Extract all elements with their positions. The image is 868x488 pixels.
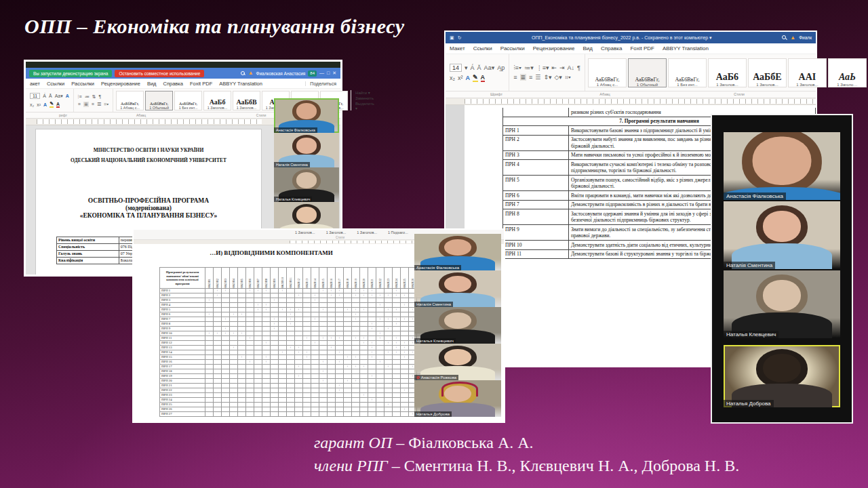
- presentation-slide: ОПП – Економіка та планування бізнесу Вы…: [0, 0, 868, 488]
- menu-tab[interactable]: Foxit PDF: [190, 81, 212, 87]
- menu-tab[interactable]: акет: [30, 81, 40, 87]
- middle-word-window: 1 Заголов...1 Заголов...1 Заголов...1 По…: [132, 228, 505, 423]
- menu-tab[interactable]: ABBYY Translation: [219, 81, 262, 87]
- menu-tab[interactable]: ABBYY Translation: [663, 45, 709, 52]
- menu-tab[interactable]: Foxit PDF: [630, 45, 654, 52]
- matrix-row: ПРН 17+++++++++: [160, 365, 458, 369]
- menu-tab[interactable]: Рецензирование: [533, 45, 575, 52]
- matrix-column-header: ОКП14: [311, 268, 319, 289]
- matrix-column-header: ОКЗП6: [246, 268, 254, 289]
- participant-video: Наталья Клевцевич: [414, 307, 501, 344]
- save-icon[interactable]: ↻: [458, 35, 462, 41]
- text-effects-icon[interactable]: А: [466, 75, 471, 81]
- matrix-row: ПРН 19+++: [160, 374, 458, 379]
- style-item[interactable]: АаБбВвГг,1 Обычный: [628, 58, 667, 87]
- matrix-row: ПРН 11++++++++++++: [160, 336, 458, 341]
- participant-name-label: Анастасія Фіалковська: [724, 192, 786, 200]
- participants-strip-middle: Анастасія ФіалковськаНаталія СментинаНат…: [414, 234, 501, 417]
- matrix-column-header: ОКЗП2: [214, 268, 222, 289]
- style-item[interactable]: ААІ1 Заголов...: [788, 58, 827, 87]
- style-item[interactable]: АаБбВвГг,1 Без инт...: [174, 91, 202, 110]
- matrix-row: ПРН 1+++++++++++++++++: [160, 289, 458, 293]
- share-document-button[interactable]: Поделиться: [305, 81, 336, 86]
- matrix-row: ПРН 4++++++: [160, 303, 458, 308]
- style-item[interactable]: АаБбЕ1 Заголов...: [748, 58, 787, 87]
- style-item[interactable]: АаБбВ1 Заголов...: [233, 91, 260, 110]
- zoom-participants-panel: Анастасія ФіалковськаНаталія СментинаНат…: [711, 114, 853, 424]
- matrix-column-header: ОКП15: [319, 268, 328, 289]
- font-color-icon[interactable]: А: [481, 74, 486, 82]
- search-icon[interactable]: [241, 71, 245, 76]
- menu-tab[interactable]: Рассылки: [500, 45, 525, 52]
- font-color-icon[interactable]: А: [43, 102, 47, 107]
- account-name: Фиалк: [799, 35, 812, 40]
- matrix-row: ПРН 21++++: [160, 384, 458, 388]
- editing-command[interactable]: Заменить: [355, 96, 374, 100]
- participant-video: ØАнастасія Рожкова: [414, 344, 501, 380]
- participant-name-label: Наталія Сментина: [274, 162, 310, 167]
- group-label-paragraph: Абзац: [547, 92, 663, 98]
- style-item[interactable]: АаБбВвГг,1 Обычный: [145, 91, 173, 110]
- matrix-row: ПРН 23++++: [160, 393, 458, 398]
- matrix-column-header: ОКЗП10: [279, 268, 287, 289]
- style-item[interactable]: АаБбВвГг,1 Абзац с...: [588, 58, 627, 87]
- matrix-row: ПРН 7++++++++++++++: [160, 317, 458, 322]
- matrix-row: ПРН 22+++: [160, 388, 458, 393]
- menu-tab[interactable]: Макет: [450, 45, 465, 52]
- ribbon-tabs-left: акетСсылкиРассылкиРецензированиеВидСправ…: [26, 79, 340, 89]
- matrix-row: ПРН 12++++++++++++: [160, 341, 458, 346]
- style-item[interactable]: АаБ61 Заголов...: [708, 58, 747, 87]
- matrix-row: ПРН 9++++: [160, 327, 458, 331]
- menu-tab[interactable]: Вид: [147, 81, 157, 87]
- menu-tab[interactable]: Ссылки: [473, 45, 492, 52]
- university-line: ОДЕСЬКИЙ НАЦІОНАЛЬНИЙ ЕКОНОМІЧНИЙ УНІВЕР…: [36, 157, 261, 163]
- font-size-box[interactable]: 11: [30, 93, 40, 99]
- matrix-row: ПРН 25+: [160, 403, 458, 407]
- style-item[interactable]: АаБбВвГг,1 Без инт...: [668, 58, 707, 87]
- participant-video: Анастасія Фіалковська: [274, 98, 339, 133]
- editing-command[interactable]: Найти ▾: [355, 90, 374, 95]
- matrix-column-header: ОКП18: [344, 268, 352, 289]
- font-size-box[interactable]: 14: [450, 64, 462, 72]
- style-item[interactable]: АаБбВвГг,1 Абзац с...: [116, 91, 144, 110]
- participant-name-label: Анастасія Фіалковська: [414, 265, 461, 270]
- ribbon-tabs-right: МакетСсылкиРассылкиРецензированиеВидСпра…: [446, 43, 816, 54]
- matrix-row: ПРН 24+++: [160, 398, 458, 403]
- participant-video: Наталья Клевцевич: [724, 270, 840, 338]
- ruler: [446, 98, 816, 105]
- menu-tab[interactable]: Ссылки: [47, 81, 64, 87]
- matrix-row: ПРН 5++++++++++++++++: [160, 308, 458, 312]
- style-item[interactable]: 1 Заголов...: [357, 230, 377, 236]
- matrix-row: ПРН 6++++++: [160, 312, 458, 317]
- participant-name-label: Наталья Доброва: [724, 400, 774, 407]
- highlight-icon[interactable]: ✎: [50, 101, 54, 108]
- editing-group: Найти ▾ЗаменитьВыделить ▾: [351, 90, 378, 110]
- menu-tab[interactable]: Справка: [163, 81, 182, 87]
- search-icon[interactable]: [782, 35, 787, 40]
- text-color-icon[interactable]: А: [56, 102, 60, 108]
- matrix-column-header: ОКП12: [295, 268, 303, 289]
- menu-tab[interactable]: Рецензирование: [101, 81, 140, 87]
- style-item[interactable]: АаЬ1 Заголо…: [828, 58, 867, 87]
- style-item[interactable]: 1 Подзаго...: [388, 230, 408, 236]
- style-item[interactable]: 1 Заголов...: [295, 230, 315, 236]
- zoom-title-bar: Вы запустили демонстрацию экрана Останов…: [26, 68, 340, 79]
- matrix-column-header: ОКЗП11: [287, 268, 295, 289]
- stop-share-button[interactable]: Остановить совместное использование: [115, 70, 204, 77]
- matrix-row: ПРН 27+++: [160, 412, 458, 417]
- matrix-column-header: ОКП13: [303, 268, 311, 289]
- menu-tab[interactable]: Вид: [583, 45, 593, 52]
- zoom-user-name: Фиалковская Анастасия: [256, 71, 306, 76]
- menu-tab[interactable]: Справка: [601, 45, 622, 52]
- highlight-icon[interactable]: ✎: [473, 74, 478, 82]
- window-controls[interactable]: — □ ✕: [319, 70, 337, 76]
- matrix-column-header: ОКП25: [401, 268, 409, 289]
- menu-tab[interactable]: Рассылки: [71, 81, 94, 87]
- competency-matrix-table: Програмні результати навчання/ обов'язко…: [159, 267, 458, 417]
- style-item[interactable]: 1 Заголов...: [326, 230, 347, 236]
- group-label-font: Шрифт: [446, 92, 547, 98]
- matrix-heading: …И) ВІДПОВІДНИМИ КОМПОНЕНТАМИ: [134, 249, 409, 256]
- participant-video: Наталья Клевцевич: [274, 167, 339, 202]
- style-item[interactable]: АаБб1 Заголов...: [203, 91, 231, 110]
- editing-command[interactable]: Выделить ▾: [355, 102, 374, 110]
